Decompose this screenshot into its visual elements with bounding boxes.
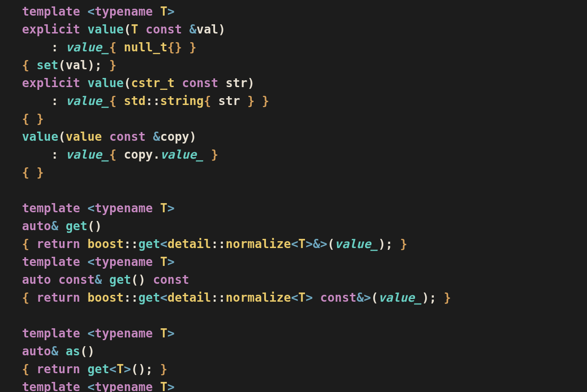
code-token: T: [160, 201, 167, 215]
code-token: template: [22, 201, 80, 215]
code-token: }: [248, 94, 255, 108]
code-token: template: [22, 255, 80, 269]
code-token: <: [160, 291, 167, 304]
code-token: [153, 380, 160, 392]
code-token: return: [37, 237, 80, 251]
code-token: >: [167, 380, 175, 392]
code-line: template <typename T>: [22, 255, 175, 269]
code-token: }: [37, 112, 44, 126]
code-token: copy: [160, 130, 189, 144]
code-token: auto: [22, 344, 51, 358]
code-token: value: [66, 130, 102, 144]
code-token: >: [167, 5, 175, 18]
code-line: [22, 309, 29, 322]
code-token: [29, 58, 37, 72]
code-token: std: [124, 94, 146, 108]
code-token: explicit: [22, 76, 80, 90]
code-token: [58, 219, 66, 233]
code-token: }: [109, 58, 116, 72]
code-token: const: [146, 22, 182, 36]
code-token: {: [109, 94, 116, 108]
code-token: const: [58, 273, 94, 287]
code-line: { }: [22, 112, 44, 126]
code-token: (): [131, 273, 153, 287]
code-token: [80, 5, 88, 18]
code-token: const: [109, 130, 145, 144]
code-token: [313, 291, 320, 304]
code-token: <: [88, 5, 95, 18]
code-token: [211, 94, 218, 108]
code-token: str: [226, 76, 248, 90]
code-token: &>: [313, 237, 327, 251]
code-token: null_t: [124, 40, 167, 54]
code-token: copy: [124, 148, 153, 161]
code-token: get: [88, 362, 110, 376]
code-token: ): [218, 22, 226, 36]
code-token: as: [66, 344, 80, 358]
code-token: .: [153, 148, 160, 161]
code-token: &: [51, 219, 58, 233]
code-token: &: [51, 344, 58, 358]
code-token: <: [88, 380, 95, 392]
code-token: normalize: [226, 237, 291, 251]
code-line: { return boost::get<detail::normalize<T>…: [22, 237, 407, 251]
code-token: typename: [95, 201, 153, 215]
code-line: template <typename T>: [22, 201, 175, 215]
code-token: <: [291, 291, 299, 304]
code-token: explicit: [22, 22, 80, 36]
code-line: auto& get(): [22, 219, 102, 233]
code-token: ::: [124, 237, 138, 251]
code-line: { return boost::get<detail::normalize<T>…: [22, 291, 451, 304]
code-token: [116, 148, 124, 161]
code-token: value: [22, 130, 58, 144]
code-token: (: [124, 76, 131, 90]
code-token: :: [22, 148, 66, 161]
code-token: T: [160, 5, 167, 18]
code-line: explicit value(T const &val): [22, 22, 226, 36]
code-token: [80, 291, 88, 304]
code-token: value: [88, 76, 124, 90]
code-token: {: [22, 112, 29, 126]
code-token: {: [22, 362, 29, 376]
code-token: [204, 148, 211, 161]
code-token: detail: [167, 291, 211, 304]
code-token: >: [167, 255, 175, 269]
code-token: value_: [378, 291, 422, 304]
code-token: [29, 362, 37, 376]
code-token: boost: [88, 237, 124, 251]
code-token: ): [248, 76, 255, 90]
code-token: [153, 326, 160, 340]
code-token: template: [22, 5, 80, 18]
code-line: { return get<T>(); }: [22, 362, 167, 376]
code-line: : value_{ null_t{} }: [22, 40, 197, 54]
code-token: template: [22, 380, 80, 392]
code-token: str: [218, 94, 240, 108]
code-token: <: [160, 237, 167, 251]
code-token: get: [66, 219, 88, 233]
code-token: typename: [95, 255, 153, 269]
code-token: [80, 326, 88, 340]
code-token: set: [37, 58, 59, 72]
code-token: [29, 112, 37, 126]
code-token: auto: [22, 273, 51, 287]
code-token: ::: [124, 291, 138, 304]
code-token: boost: [88, 291, 124, 304]
code-token: T: [299, 237, 306, 251]
code-token: [175, 76, 182, 90]
code-block: template <typename T> explicit value(T c…: [0, 0, 587, 392]
code-token: [80, 362, 88, 376]
code-line: auto const& get() const: [22, 273, 189, 287]
code-token: {: [22, 166, 29, 179]
code-token: ): [189, 130, 197, 144]
code-token: [80, 201, 88, 215]
code-token: &>: [356, 291, 371, 304]
code-token: [80, 237, 88, 251]
code-token: }: [211, 148, 218, 161]
code-token: }: [444, 291, 451, 304]
code-token: value_: [66, 94, 109, 108]
code-token: {: [109, 40, 116, 54]
code-token: [29, 291, 37, 304]
code-token: [153, 5, 160, 18]
code-token: :: [22, 94, 66, 108]
code-token: &: [95, 273, 102, 287]
